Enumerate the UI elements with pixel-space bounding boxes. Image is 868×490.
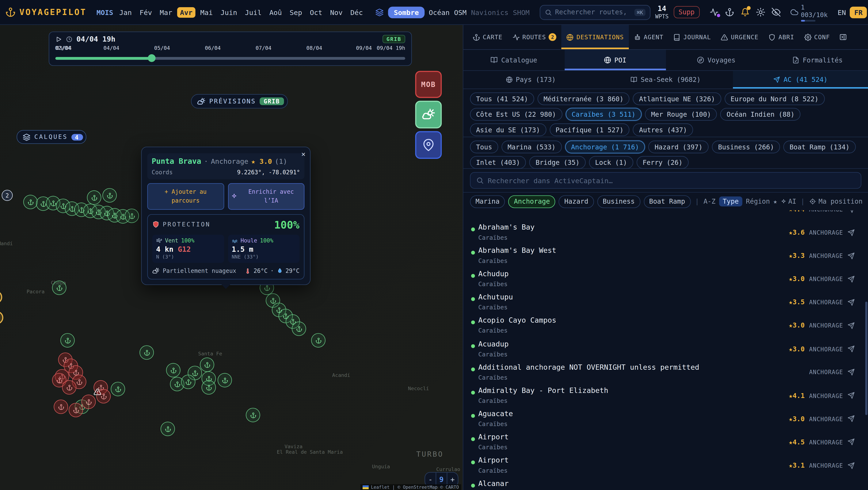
month-button-fév[interactable]: Fév — [137, 7, 155, 18]
type-chip-lock[interactable]: Lock (1) — [589, 156, 633, 169]
month-button-aoû[interactable]: Aoû — [267, 7, 284, 18]
buoy-marker[interactable] — [0, 311, 3, 324]
subtab-formalités[interactable]: Formalités — [767, 50, 868, 70]
sort-button-ai[interactable]: AI — [781, 198, 797, 205]
region-chip-asie[interactable]: Asie du SE (173) — [470, 124, 546, 136]
my-position-button[interactable]: Ma position — [809, 198, 863, 205]
anchorage-marker[interactable] — [166, 363, 181, 377]
navigate-to-icon[interactable] — [847, 322, 855, 329]
delete-button[interactable]: Supp — [674, 6, 700, 19]
poi-list-item[interactable]: AirportCaraïbes★4.5ANCHORAGE — [471, 432, 868, 455]
tab-carte[interactable]: CARTE — [468, 25, 507, 49]
month-button-juil[interactable]: Juil — [242, 7, 264, 18]
buoy-marker[interactable] — [0, 291, 2, 304]
sort-button-az[interactable]: A-Z — [704, 198, 716, 205]
navigate-to-icon[interactable] — [847, 275, 855, 283]
hazard-marker[interactable] — [62, 380, 76, 395]
region-chip-pacifique[interactable]: Pacifique (1 527) — [550, 124, 630, 136]
navigate-to-icon[interactable] — [847, 299, 855, 306]
cluster-badge[interactable]: 2 — [2, 190, 13, 201]
subtab-poi[interactable]: POI — [564, 50, 665, 70]
region-chip-carabes[interactable]: Caraïbes (3 511) — [565, 108, 642, 121]
tab-conf[interactable]: CONF — [799, 25, 835, 49]
tab-urgence[interactable]: URGENCE — [716, 25, 764, 49]
sort-button-rgion[interactable]: Région — [746, 198, 770, 205]
month-button-nov[interactable]: Nov — [328, 7, 345, 18]
anchorage-marker[interactable] — [292, 322, 306, 336]
global-search-input[interactable]: Rechercher routes, ports, destin ⌘K — [539, 5, 650, 20]
forecast-button[interactable]: PRÉVISIONS GRIB — [191, 94, 288, 108]
source-tab-pays[interactable]: Pays (173) — [463, 71, 598, 89]
close-icon[interactable]: × — [301, 150, 306, 158]
region-chip-autres[interactable]: Autres (437) — [633, 124, 693, 136]
basemap-button-navionics[interactable]: Navionics — [471, 8, 508, 16]
bell-icon[interactable] — [741, 8, 749, 17]
basemap-button-sombre[interactable]: Sombre — [389, 6, 425, 18]
quick-filter-business[interactable]: Business — [597, 195, 640, 208]
navigate-to-icon[interactable] — [847, 392, 855, 399]
anchorage-marker[interactable] — [161, 422, 175, 436]
weather-toggle-button[interactable] — [415, 101, 442, 128]
navigate-to-icon[interactable] — [847, 252, 855, 259]
region-chip-tous[interactable]: Tous (41 524) — [470, 92, 534, 105]
type-chip-tous[interactable]: Tous — [470, 140, 498, 153]
subtab-catalogue[interactable]: Catalogue — [463, 50, 564, 70]
anchorage-marker[interactable] — [311, 333, 326, 348]
poi-list-item[interactable]: Admiralty Bay - Port ElizabethCaraïbes★4… — [471, 386, 868, 409]
tab-agent[interactable]: AGENT — [629, 25, 669, 49]
region-chip-cte[interactable]: Côte Est US (22 980) — [470, 108, 562, 121]
poi-search-input[interactable]: Rechercher dans ActiveCaptain… — [470, 172, 861, 189]
anchorage-marker[interactable] — [23, 195, 38, 209]
quick-filter-anchorage[interactable]: Anchorage — [508, 195, 555, 208]
anchorage-marker[interactable] — [140, 345, 154, 360]
tab-routes[interactable]: ROUTES2 — [507, 25, 561, 49]
region-chip-mditerrane[interactable]: Méditerranée (3 860) — [537, 92, 630, 105]
play-icon[interactable] — [55, 36, 62, 42]
month-button-oct[interactable]: Oct — [307, 7, 325, 18]
region-chip-mer[interactable]: Mer Rouge (100) — [645, 108, 717, 121]
poi-list-item[interactable]: Caraïbes★4.4ANCHORAGE — [471, 210, 868, 223]
warning-marker[interactable] — [90, 385, 104, 399]
navigate-to-icon[interactable] — [847, 229, 855, 236]
region-chip-europe[interactable]: Europe du Nord (8 522) — [724, 92, 825, 105]
navigate-to-icon[interactable] — [847, 415, 855, 422]
anchorage-marker[interactable] — [60, 333, 75, 348]
slider-thumb[interactable] — [148, 54, 156, 62]
anchorage-marker[interactable] — [246, 408, 260, 422]
hazard-marker[interactable] — [69, 403, 83, 417]
navigate-to-icon[interactable] — [847, 346, 855, 353]
anchorage-marker[interactable] — [202, 380, 216, 395]
poi-list-item[interactable]: AchudupCaraïbes★3.0ANCHORAGE — [471, 269, 868, 292]
month-button-sep[interactable]: Sep — [287, 7, 305, 18]
enrich-ai-button[interactable]: Enrichir avec l’IA — [228, 183, 304, 209]
subtab-voyages[interactable]: Voyages — [665, 50, 767, 70]
anchor-icon[interactable] — [725, 8, 734, 17]
month-button-jan[interactable]: Jan — [117, 7, 134, 18]
scrollbar[interactable] — [865, 301, 867, 415]
type-chip-bridge[interactable]: Bridge (35) — [529, 156, 586, 169]
type-chip-business[interactable]: Business (266) — [712, 140, 780, 153]
month-button-déc[interactable]: Déc — [348, 7, 366, 18]
poi-list-item[interactable]: Abraham's BayCaraïbes★3.6ANCHORAGE — [471, 222, 868, 246]
month-button-mai[interactable]: Mai — [197, 7, 216, 18]
anchorage-marker[interactable] — [181, 374, 195, 389]
route-activity-icon[interactable] — [710, 8, 718, 17]
poi-list-item[interactable]: Abraham's Bay WestCaraïbes★3.3ANCHORAGE — [471, 246, 868, 269]
type-chip-inlet[interactable]: Inlet (403) — [470, 156, 526, 169]
map-canvas[interactable]: MandíChepoPacoraSanta FeAcandíNecoclíTUR… — [0, 25, 463, 490]
poi-list-item[interactable]: AirportCaraïbes★3.1ANCHORAGE — [471, 455, 868, 479]
region-chip-atlantique[interactable]: Atlantique NE (326) — [633, 92, 721, 105]
source-tab-ac[interactable]: AC (41 524) — [733, 71, 868, 89]
mob-button[interactable]: MOB — [415, 71, 442, 98]
quick-filter-marina[interactable]: Marina — [470, 195, 505, 208]
collapse-panel-button[interactable] — [836, 25, 850, 49]
lang-fr-button[interactable]: FR — [850, 6, 867, 18]
timeline-slider[interactable] — [55, 54, 405, 62]
quick-filter-hazard[interactable]: Hazard — [559, 195, 594, 208]
navigate-to-icon[interactable] — [847, 210, 855, 213]
type-chip-hazard[interactable]: Hazard (397) — [648, 140, 709, 153]
anchorage-marker[interactable] — [200, 357, 214, 372]
month-button-avr[interactable]: Avr — [177, 7, 195, 18]
navigate-to-icon[interactable] — [847, 438, 855, 446]
tab-abri[interactable]: ABRI — [764, 25, 799, 49]
